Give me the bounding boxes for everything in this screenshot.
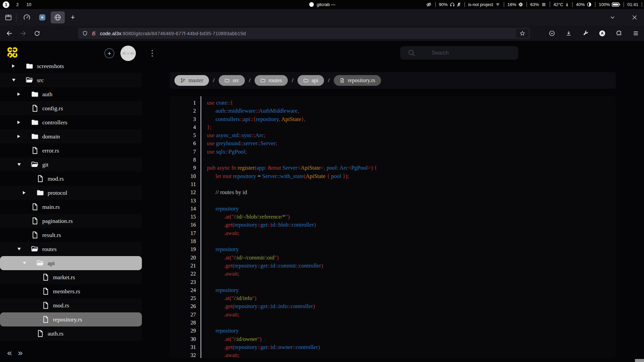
tree-item-mod.rs[interactable]: mod.rs [0, 172, 142, 186]
caret-down-icon[interactable] [12, 79, 15, 81]
tree-item-error.rs[interactable]: error.rs [0, 143, 142, 158]
tree-item-controllers[interactable]: controllers [0, 115, 142, 129]
tree-item-screenshots[interactable]: screenshots [0, 64, 142, 73]
caret-right-icon[interactable] [17, 121, 20, 124]
collapse-all-button[interactable]: « [7, 348, 12, 358]
workspace-1[interactable]: 1 [3, 1, 9, 8]
add-button[interactable]: + [104, 48, 114, 58]
downloads-button[interactable] [564, 28, 574, 39]
search-input[interactable] [431, 50, 518, 56]
tree-item-repository.rs[interactable]: repository.rs [0, 312, 142, 326]
status-wifi: is-not project [465, 2, 504, 7]
avatar[interactable]: 46 x 46 [120, 46, 136, 61]
line-number: 1 [170, 99, 196, 107]
extensions-puzzle-icon[interactable] [614, 28, 624, 39]
breadcrumb-item-repository.rs[interactable]: repository.rs [334, 75, 381, 86]
code-line: .at("/:id/-/commit/:oid") [207, 254, 377, 262]
tree-item-api[interactable]: api [0, 256, 142, 270]
caret-right-icon[interactable] [12, 64, 15, 68]
tree-item-pagination.rs[interactable]: pagination.rs [0, 214, 142, 228]
tree-item-protocol[interactable]: protocol [0, 186, 142, 200]
back-button[interactable] [4, 28, 15, 39]
firefox-view-icon[interactable] [3, 12, 13, 22]
bookmark-star-button[interactable] [516, 29, 529, 38]
shield-icon[interactable] [82, 31, 88, 36]
menu-hamburger-button[interactable] [631, 28, 641, 39]
wrench-icon[interactable] [580, 28, 590, 39]
window-title: gitcrab — [317, 2, 335, 7]
caret-down-icon[interactable] [17, 163, 21, 166]
mem-icon [541, 2, 546, 7]
tree-item-result.rs[interactable]: result.rs [0, 228, 142, 242]
line-number: 30 [170, 335, 196, 343]
tab-globe[interactable] [51, 11, 65, 23]
tree-item-label: pagination.rs [42, 218, 73, 225]
close-window-button[interactable] [631, 14, 638, 21]
url-text[interactable]: code.al3x:8080/gitcrab/84746469-677f-44b… [100, 31, 246, 36]
tree-item-label: routes [42, 246, 57, 253]
caret-right-icon[interactable] [17, 135, 20, 138]
tree-item-routes[interactable]: routes [0, 242, 142, 256]
line-number: 5 [170, 131, 196, 139]
caret-down-icon[interactable] [23, 262, 26, 264]
tree-item-config.rs[interactable]: config.rs [0, 101, 142, 115]
code-line: let mut repository = Server::with_state(… [207, 172, 377, 180]
caret-right-icon[interactable] [17, 93, 20, 96]
line-number: 28 [170, 319, 196, 327]
gitcrab-logo-icon[interactable] [6, 46, 19, 59]
code-line: auth::middleware::AuthMiddleware, [207, 107, 377, 115]
tab-gauge[interactable] [20, 11, 34, 23]
breadcrumb-label: api [312, 77, 318, 84]
breadcrumb-item-routes[interactable]: routes [255, 75, 288, 86]
kebab-menu-icon[interactable] [150, 48, 155, 58]
code-line: repository [207, 205, 377, 213]
tree-item-domain[interactable]: domain [0, 129, 142, 143]
tree-item-git[interactable]: git [0, 158, 142, 172]
tree-item-label: repository.rs [53, 316, 82, 323]
tab-play[interactable] [35, 11, 49, 23]
new-tab-button[interactable]: + [67, 12, 78, 23]
folder-icon [31, 161, 39, 169]
search-icon [408, 49, 416, 57]
gauge-icon [23, 14, 31, 21]
forward-button[interactable] [17, 28, 28, 39]
account-badge-icon[interactable]: A [597, 28, 607, 39]
folder-icon [31, 90, 39, 98]
code-line [207, 319, 377, 327]
tree-item-label: mod.rs [48, 175, 64, 182]
tree-item-main.rs[interactable]: main.rs [0, 200, 142, 214]
scrollbar-thumb[interactable] [635, 359, 644, 362]
tree-item-auth[interactable]: auth [0, 87, 142, 101]
search-bar[interactable] [400, 46, 518, 60]
breadcrumb-item-src[interactable]: src [219, 75, 245, 86]
file-icon [31, 231, 39, 239]
tree-item-label: members.rs [53, 288, 80, 295]
workspace-2[interactable]: 2 [14, 1, 21, 8]
workspace-10[interactable]: 10 [25, 1, 32, 8]
line-number: 20 [170, 254, 196, 262]
breadcrumb-label: routes [269, 77, 282, 84]
tree-item-label: config.rs [42, 105, 63, 112]
headphones-icon [450, 2, 455, 7]
line-number: 13 [170, 197, 196, 205]
line-number: 2 [170, 107, 196, 115]
tree-item-members.rs[interactable]: members.rs [0, 284, 142, 298]
tree-item-src[interactable]: src [0, 73, 142, 87]
caret-right-icon[interactable] [23, 191, 25, 194]
breadcrumb-separator: / [213, 77, 215, 84]
expand-all-button[interactable]: » [18, 348, 23, 358]
tree-item-mod.rs[interactable]: mod.rs [0, 298, 142, 312]
file-icon [339, 78, 345, 83]
list-all-tabs-button[interactable] [609, 14, 616, 21]
tree-item-market.rs[interactable]: market.rs [0, 270, 142, 284]
breadcrumb-item-api[interactable]: api [298, 75, 324, 86]
breadcrumb-item-master[interactable]: master [174, 75, 209, 86]
url-bar[interactable]: code.al3x:8080/gitcrab/84746469-677f-44b… [78, 28, 530, 39]
tree-item-auth.rs[interactable]: auth.rs [0, 326, 142, 341]
tree-item-label: result.rs [42, 232, 61, 239]
insecure-lock-icon[interactable] [91, 31, 97, 36]
caret-down-icon[interactable] [17, 248, 21, 250]
tree-item-label: screenshots [37, 64, 64, 70]
reload-button[interactable] [32, 28, 42, 39]
pocket-button[interactable] [547, 28, 557, 39]
